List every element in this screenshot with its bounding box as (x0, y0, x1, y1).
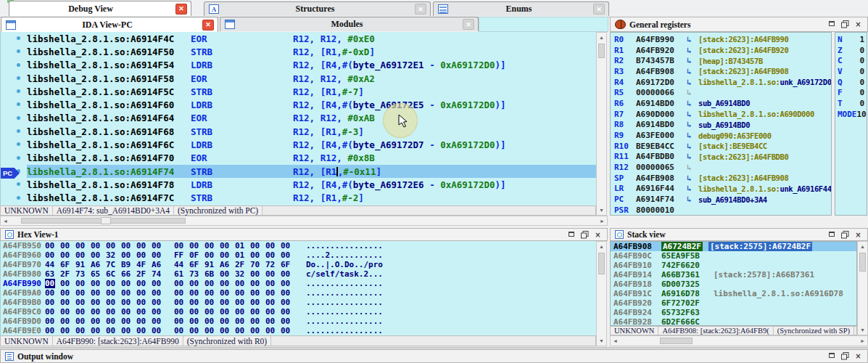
flag-row[interactable]: Q0 (835, 77, 867, 88)
code-dot-icon[interactable] (17, 156, 20, 160)
code-dot-icon[interactable] (17, 129, 20, 133)
stack-row[interactable]: A64FB9186D007325 (611, 280, 856, 289)
close-icon[interactable]: × (594, 231, 602, 239)
tab-enums[interactable]: Enums ✕ (433, 1, 609, 16)
hex-row[interactable]: A64FB970446F91A67CB94FA6446F91A62F70726F… (1, 260, 596, 269)
stackview-panel[interactable]: A64FB908A6724B2F[stack:2575]:A6724B2FA64… (610, 241, 857, 326)
hex-row[interactable]: A64FB9C000000000000000000000000000000000… (1, 307, 596, 317)
scroll-down-icon[interactable]: ▼ (597, 205, 606, 215)
float-icon[interactable] (841, 352, 849, 360)
flags-panel[interactable]: N1Z0C0V0Q0F0T0MODE10 (835, 32, 867, 216)
scroll-left-icon[interactable]: ◄ (611, 336, 620, 346)
tab-ida-view-pc[interactable]: IDA View-PC ✕ (1, 17, 218, 32)
register-row[interactable]: PCA6914F74↳sub_A6914BD0+3A4 (611, 194, 831, 205)
register-row[interactable]: R10BE9EB4CC↳[stack]:BE9EB4CC (611, 141, 831, 152)
disasm-line[interactable]: libshella_2.8.1.so:A6914F70EORR12, R12, … (1, 152, 596, 165)
flag-row[interactable]: MODE10 (835, 109, 867, 120)
disasm-line[interactable]: libshella_2.8.1.so:A6914F60LDRBR12, [R4,… (1, 98, 596, 111)
code-dot-icon[interactable] (17, 182, 20, 186)
register-row[interactable]: R6A6914BD0↳sub_A6914BD0 (611, 98, 831, 109)
hex-row[interactable]: A64FB9B000000000000000000000000000000000… (1, 298, 596, 307)
tab-modules[interactable]: Modules ✕ (220, 17, 479, 31)
disasm-line[interactable]: libshella_2.8.1.so:A6914F68STRBR12, [R1,… (1, 125, 596, 138)
register-row[interactable]: R11A64FBDB0↳[stack:2623]:A64FBDB0 (611, 152, 831, 163)
disasm-line[interactable]: libshella_2.8.1.so:A6914F64EORR12, R12, … (1, 112, 596, 125)
code-dot-icon[interactable] (17, 49, 20, 53)
register-row[interactable]: R1200000065↳ (611, 162, 831, 173)
register-row[interactable]: R500000066↳ (611, 87, 831, 98)
close-icon[interactable]: × (854, 231, 862, 239)
close-icon[interactable]: × (854, 20, 862, 28)
hex-row[interactable]: A64FB95000000000000000000000000001000000… (1, 241, 596, 250)
hex-row[interactable]: A64FB9D000000000000000000000000000000000… (1, 317, 596, 326)
code-dot-icon[interactable] (17, 116, 20, 120)
scroll-down-icon[interactable]: ▼ (597, 336, 606, 346)
register-row[interactable]: R2B743457B↳[heap]:B743457B (611, 55, 831, 66)
close-icon[interactable]: ✕ (415, 4, 426, 15)
hex-row[interactable]: A64FB9E000000000000000000000000000000000… (1, 326, 596, 335)
disasm-line[interactable]: libshella_2.8.1.so:A6914F4CEORR12, R12, … (1, 32, 596, 45)
register-row[interactable]: R3A64FB908↳[stack:2623]:A64FB908 (611, 66, 831, 77)
stack-row[interactable]: A64FB90C65EA9F5B (611, 251, 856, 261)
code-dot-icon[interactable] (17, 63, 20, 67)
float-icon[interactable] (841, 231, 849, 239)
scroll-left-icon[interactable]: ◄ (1, 216, 10, 226)
scroll-up-icon[interactable]: ▲ (597, 242, 606, 251)
scroll-right-icon[interactable]: ► (598, 216, 607, 226)
restore-icon[interactable] (828, 231, 836, 239)
code-dot-icon[interactable] (17, 36, 20, 40)
tab-structures[interactable]: A Structures ✕ (204, 1, 431, 16)
flag-row[interactable]: N1 (835, 34, 867, 45)
close-icon[interactable]: ✕ (175, 4, 187, 15)
disasm-line[interactable]: libshella_2.8.1.so:A6914F58EORR12, R12, … (1, 72, 596, 85)
stack-row[interactable]: A64FB910742F6620 (611, 261, 856, 270)
scroll-down-icon[interactable]: ▼ (858, 325, 867, 335)
code-dot-icon[interactable] (17, 102, 20, 106)
disasm-line[interactable]: libshella_2.8.1.so:A6914F54LDRBR12, [R4,… (1, 59, 596, 72)
disasm-vscrollbar[interactable]: ▲ ▼ (596, 32, 607, 216)
stack-row[interactable]: A64FB92465732F63 (611, 308, 856, 317)
registers-panel[interactable]: R0A64FB990↳[stack:2623]:A64FB990R1A64FB9… (610, 32, 832, 216)
register-row[interactable]: R8A6914BD0↳sub_A6914BD0 (611, 120, 831, 131)
scroll-up-icon[interactable]: ▲ (858, 242, 867, 251)
code-dot-icon[interactable] (17, 196, 20, 200)
close-icon[interactable]: ✕ (202, 20, 214, 30)
hex-row[interactable]: A64FB9A000000000000000000000000000000000… (1, 288, 596, 298)
code-dot-icon[interactable] (17, 76, 20, 80)
flag-row[interactable]: F0 (835, 87, 867, 98)
close-icon[interactable]: × (854, 352, 862, 360)
code-dot-icon[interactable] (17, 142, 20, 146)
stack-row[interactable]: A64FB9286D2F666C (611, 317, 856, 326)
disasm-line[interactable]: libshella_2.8.1.so:A6914F5CSTRBR12, [R1,… (1, 85, 596, 98)
stackview-vscrollbar[interactable]: ▲ ▼ (857, 241, 868, 335)
restore-icon[interactable] (568, 231, 576, 239)
float-icon[interactable] (841, 20, 849, 28)
stack-row[interactable]: A64FB908A6724B2F[stack:2575]:A6724B2F (611, 242, 856, 251)
stack-row[interactable]: A64FB914A66B7361[stack:2578]:A66B7361 (611, 270, 856, 280)
hex-row[interactable]: A64FB99000000000000000000000000000000000… (1, 279, 596, 288)
disasm-hscrollbar[interactable]: ◄ ► (0, 216, 608, 226)
register-row[interactable]: SPA64FB908↳[stack:2623]:A64FB908 (611, 173, 831, 184)
close-icon[interactable]: ✕ (593, 4, 605, 15)
register-row[interactable]: R9A63FE000↳debug090:A63FE000 (611, 130, 831, 141)
scroll-up-icon[interactable]: ▲ (597, 33, 606, 42)
restore-icon[interactable] (828, 20, 836, 28)
register-row[interactable]: R0A64FB990↳[stack:2623]:A64FB990 (611, 34, 831, 45)
disasm-line[interactable]: libshella_2.8.1.so:A6914F74STRBR12, [R1,… (1, 165, 596, 178)
flag-row[interactable]: T0 (835, 98, 867, 109)
register-row[interactable]: R4A69172D0↳libshella_2.8.1.so:unk_A69172… (611, 77, 831, 88)
hexview-panel[interactable]: A64FB95000000000000000000000000001000000… (0, 241, 596, 335)
flag-row[interactable]: Z0 (835, 45, 867, 56)
tab-debug-view[interactable]: Debug View ✕ (9, 1, 191, 16)
scroll-right-icon[interactable]: ► (858, 336, 867, 346)
hex-row[interactable]: A64FB980632F73656C662F7461736B0032000000… (1, 269, 596, 279)
stack-row[interactable]: A64FB9206F72702F (611, 298, 856, 308)
register-row[interactable]: LRA6916F44↳libshella_2.8.1.so:unk_A6916F… (611, 184, 831, 195)
code-dot-icon[interactable] (17, 89, 20, 93)
restore-icon[interactable] (828, 352, 836, 360)
stackview-hscrollbar[interactable]: ◄ ► (610, 335, 868, 346)
disasm-line[interactable]: libshella_2.8.1.so:A6914F7CSTRBR12, [R1,… (1, 192, 596, 205)
disasm-listing[interactable]: libshella_2.8.1.so:A6914F4CEORR12, R12, … (0, 32, 596, 205)
register-row[interactable]: PSR80000010 (611, 205, 831, 216)
hex-row[interactable]: A64FB9600000000032000000FF0F000001000000… (1, 250, 596, 260)
